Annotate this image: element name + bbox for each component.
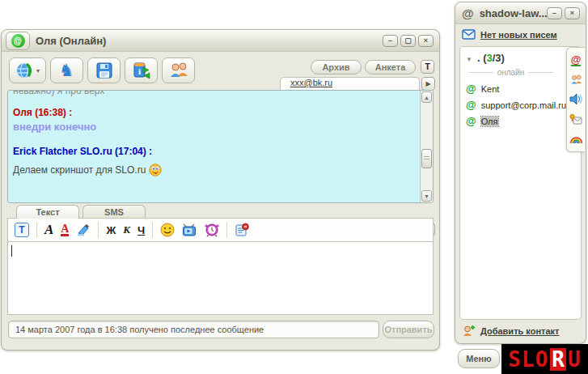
maximize-button[interactable]: ▢ xyxy=(400,35,416,47)
underline-icon[interactable]: Ч xyxy=(137,224,145,236)
group-header[interactable]: ▼. (3/3) xyxy=(466,52,505,64)
chess-knight-icon: ♞ xyxy=(59,62,74,79)
add-contact-icon xyxy=(462,325,476,338)
chat-window-title: Оля (Онлайн) xyxy=(36,35,383,47)
message-input[interactable] xyxy=(7,242,434,315)
svg-text:i: i xyxy=(137,66,140,76)
agent-service-icon[interactable]: @ xyxy=(571,55,582,66)
text-format-button[interactable]: Т xyxy=(421,60,434,74)
contact-row-selected[interactable]: @ Оля xyxy=(466,115,498,127)
contact-status-icon: @ xyxy=(466,99,476,111)
people-icon xyxy=(168,61,189,80)
contact-name: Kent xyxy=(481,84,500,94)
font-color-icon[interactable]: A xyxy=(61,223,69,236)
no-new-mail-link[interactable]: Нет новых писем xyxy=(480,30,557,40)
contact-panel: ▼. (3/3) онлайн @ Kent @ support@corp.ma… xyxy=(459,46,582,320)
crazy-smiley-icon xyxy=(149,164,162,176)
contact-row[interactable]: @ Kent xyxy=(466,83,499,95)
agent-logo-icon: @ xyxy=(462,6,474,20)
chat-scrollbar[interactable]: ▲ ▼ xyxy=(420,91,433,202)
send-button[interactable]: Отправить xyxy=(383,321,434,338)
chat-titlebar: @ Оля (Онлайн) – ▢ × xyxy=(2,30,439,52)
tab-scroll-right-button[interactable]: ▶ xyxy=(421,77,435,91)
contact-list-window: @ shadow-law... – × Нет новых писем ▼. (… xyxy=(455,2,586,344)
add-contact-link[interactable]: Добавить контакт xyxy=(480,326,559,336)
scroll-down-icon[interactable]: ▼ xyxy=(421,190,432,202)
games-button[interactable]: ♞ xyxy=(50,57,83,83)
conversation-tab[interactable]: xxx@bk.ru xyxy=(280,77,420,90)
add-contact-row[interactable]: Добавить контакт xyxy=(462,325,559,338)
floppy-disk-icon xyxy=(95,62,113,79)
format-toolbar: Т A A Ж К Ч xyxy=(7,218,434,242)
smiley-icon[interactable] xyxy=(160,223,175,237)
slo-ru-logo: SLO R U xyxy=(501,344,588,374)
chat-window: @ Оля (Онлайн) – ▢ × ▾ ♞ xyxy=(1,29,440,351)
message-author: Erick Flatcher SLO.ru (17:04) : xyxy=(13,146,417,157)
close-button[interactable]: × xyxy=(565,7,580,19)
info-arrows-icon: i xyxy=(132,61,151,80)
scroll-thumb[interactable] xyxy=(421,149,432,168)
message-text: внедри конечно xyxy=(13,121,417,133)
clipped-message: неважно) я про верх xyxy=(13,91,417,96)
list-window-title: shadow-law... xyxy=(480,7,547,19)
online-count: 3 xyxy=(486,52,492,64)
call-button[interactable]: ▾ xyxy=(9,57,46,83)
minimize-button[interactable]: – xyxy=(383,35,398,47)
italic-icon[interactable]: К xyxy=(123,223,130,236)
message-text: Делаем скриншот для SLO.ru xyxy=(13,164,417,176)
video-icon[interactable] xyxy=(182,223,197,237)
contact-row[interactable]: @ support@corp.mail.ru xyxy=(466,99,566,111)
bold-icon[interactable]: Ж xyxy=(106,224,116,236)
contact-status-icon: @ xyxy=(466,83,476,95)
status-message-icon[interactable] xyxy=(569,113,582,125)
minimize-button[interactable]: – xyxy=(547,7,562,19)
sound-icon[interactable] xyxy=(569,93,582,105)
collapse-arrow-icon[interactable]: ▼ xyxy=(466,56,472,63)
highlighter-icon[interactable] xyxy=(76,223,91,236)
globe-phone-icon xyxy=(15,61,35,80)
contact-name: Оля xyxy=(481,117,498,126)
conference-button[interactable] xyxy=(162,57,195,83)
profile-button[interactable]: Анкета xyxy=(365,60,416,74)
mail-status-row[interactable]: Нет новых писем xyxy=(462,29,557,40)
contact-name: support@corp.mail.ru xyxy=(481,100,566,110)
scroll-up-icon[interactable]: ▲ xyxy=(421,91,432,103)
contact-status-icon: @ xyxy=(466,115,476,127)
close-button[interactable]: × xyxy=(418,35,434,47)
rainbow-icon[interactable] xyxy=(569,133,583,144)
message-author: Оля (16:38) : xyxy=(13,107,417,118)
alarm-clock-icon[interactable] xyxy=(205,223,219,237)
dropdown-arrow-icon[interactable]: ▾ xyxy=(36,67,40,74)
status-bar: 14 марта 2007 года в 16:38 получено посл… xyxy=(8,321,379,338)
conversation-tab-label[interactable]: xxx@bk.ru xyxy=(290,78,332,87)
archive-button[interactable]: Архив xyxy=(311,60,362,74)
menu-button[interactable]: Меню xyxy=(458,349,500,368)
history-transfer-button[interactable]: i xyxy=(125,57,158,83)
message-delete-icon[interactable] xyxy=(235,223,249,237)
save-history-button[interactable] xyxy=(87,57,121,83)
tab-sms[interactable]: SMS xyxy=(82,205,146,219)
side-toolbar: @ xyxy=(566,47,585,152)
envelope-icon xyxy=(462,29,476,40)
conference-icon[interactable] xyxy=(569,74,583,86)
list-titlebar: @ shadow-law... – × xyxy=(455,2,586,24)
font-icon[interactable]: A xyxy=(44,222,53,238)
chat-history: неважно) я про верх Оля (16:38) : внедри… xyxy=(7,90,434,203)
tab-text[interactable]: Текст xyxy=(16,205,79,219)
text-caret xyxy=(11,245,12,257)
online-separator: онлайн xyxy=(468,68,553,77)
agent-logo-icon: @ xyxy=(6,32,30,50)
text-style-icon[interactable]: Т xyxy=(15,223,29,237)
